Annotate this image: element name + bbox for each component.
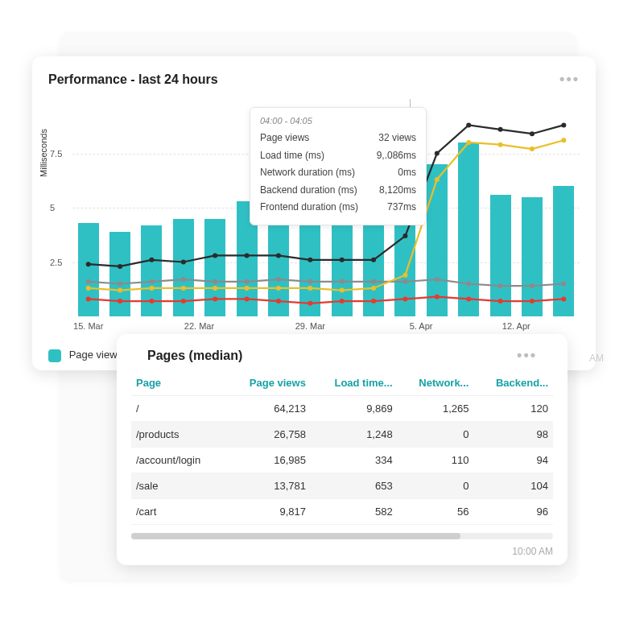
series-point[interactable] xyxy=(245,279,250,284)
table-cell: /account/login xyxy=(131,448,226,473)
series-point[interactable] xyxy=(466,282,471,287)
series-point[interactable] xyxy=(498,127,503,132)
series-point[interactable] xyxy=(181,299,186,303)
performance-card: Performance - last 24 hours ••• Millisec… xyxy=(32,56,596,370)
series-point[interactable] xyxy=(435,295,440,299)
series-point[interactable] xyxy=(561,122,566,127)
table-row[interactable]: /sale13,7816530104 xyxy=(131,473,553,499)
more-icon[interactable]: ••• xyxy=(517,347,537,364)
series-point[interactable] xyxy=(340,288,345,293)
series-point[interactable] xyxy=(181,277,186,282)
series-point[interactable] xyxy=(276,286,281,291)
series-point[interactable] xyxy=(498,142,503,147)
table-row[interactable]: /64,2139,8691,265120 xyxy=(131,396,553,422)
series-point[interactable] xyxy=(149,286,154,291)
series-point[interactable] xyxy=(530,147,535,151)
series-point[interactable] xyxy=(561,282,566,287)
series-point[interactable] xyxy=(308,258,312,262)
series-point[interactable] xyxy=(530,131,535,136)
series-point[interactable] xyxy=(435,277,440,282)
more-icon[interactable]: ••• xyxy=(559,71,580,88)
series-point[interactable] xyxy=(245,253,250,258)
series-point[interactable] xyxy=(245,286,250,291)
scrollbar-thumb[interactable] xyxy=(131,533,460,539)
column-header[interactable]: Page views xyxy=(226,370,311,396)
y-tick: 2.5 xyxy=(50,258,62,267)
legend-item-page-views[interactable]: Page views xyxy=(48,349,122,362)
table-row[interactable]: /cart9,8175825696 xyxy=(131,499,553,525)
series-point[interactable] xyxy=(435,151,440,156)
series-point[interactable] xyxy=(276,277,281,282)
table-row[interactable]: /products26,7581,248098 xyxy=(131,422,553,448)
series-point[interactable] xyxy=(561,138,566,142)
series-point[interactable] xyxy=(371,286,376,291)
table-cell: 653 xyxy=(311,473,398,499)
series-point[interactable] xyxy=(371,299,376,303)
series-point[interactable] xyxy=(118,299,122,303)
table-cell: 13,781 xyxy=(226,473,311,499)
column-header[interactable]: Load time... xyxy=(311,370,398,396)
tooltip-row: Backend duration (ms)8,120ms xyxy=(260,182,416,200)
series-point[interactable] xyxy=(561,296,566,301)
table-cell: /products xyxy=(131,422,226,448)
series-point[interactable] xyxy=(402,233,407,238)
series-point[interactable] xyxy=(181,260,186,265)
series-point[interactable] xyxy=(308,286,312,291)
series-point[interactable] xyxy=(86,286,91,291)
y-tick: 7.5 xyxy=(50,149,62,159)
series-point[interactable] xyxy=(402,279,407,284)
series-point[interactable] xyxy=(213,253,217,258)
series-point[interactable] xyxy=(276,299,281,303)
column-header[interactable]: Network... xyxy=(398,370,474,396)
series-line[interactable] xyxy=(89,279,564,286)
series-point[interactable] xyxy=(118,264,122,269)
series-point[interactable] xyxy=(402,296,407,301)
column-header[interactable]: Page xyxy=(131,370,226,396)
series-point[interactable] xyxy=(118,282,122,287)
series-point[interactable] xyxy=(466,296,471,301)
series-point[interactable] xyxy=(149,299,154,303)
column-header[interactable]: Backend... xyxy=(473,370,553,396)
series-line[interactable] xyxy=(89,297,564,303)
series-point[interactable] xyxy=(308,301,312,306)
series-point[interactable] xyxy=(86,296,91,301)
series-point[interactable] xyxy=(340,299,345,303)
chart-tooltip: 04:00 - 04:05 Page views32 viewsLoad tim… xyxy=(250,107,427,225)
series-point[interactable] xyxy=(402,273,407,278)
series-point[interactable] xyxy=(118,288,122,293)
series-point[interactable] xyxy=(213,286,217,291)
series-point[interactable] xyxy=(276,253,281,258)
series-point[interactable] xyxy=(213,279,217,284)
x-tick: 5. Apr xyxy=(410,321,433,331)
series-point[interactable] xyxy=(86,262,91,266)
series-point[interactable] xyxy=(498,283,503,288)
series-point[interactable] xyxy=(245,296,250,301)
series-point[interactable] xyxy=(498,299,503,303)
series-point[interactable] xyxy=(530,283,535,288)
table-row[interactable]: /account/login16,98533411094 xyxy=(131,448,553,473)
series-point[interactable] xyxy=(86,279,91,284)
series-point[interactable] xyxy=(371,258,376,262)
series-point[interactable] xyxy=(340,279,345,284)
table-cell: 56 xyxy=(398,499,474,525)
series-point[interactable] xyxy=(371,279,376,284)
table-cell: 9,817 xyxy=(226,499,311,525)
table-timestamp: 10:00 AM xyxy=(131,539,553,557)
series-point[interactable] xyxy=(149,258,154,262)
table-cell: 120 xyxy=(473,396,553,422)
series-point[interactable] xyxy=(181,286,186,291)
series-point[interactable] xyxy=(213,296,217,301)
performance-title: Performance - last 24 hours xyxy=(48,72,218,87)
table-cell: /sale xyxy=(131,473,226,499)
series-point[interactable] xyxy=(435,177,440,182)
performance-chart[interactable]: 2.557.5 04:00 - 04:05 Page views32 views… xyxy=(72,99,580,316)
horizontal-scrollbar[interactable] xyxy=(131,533,553,539)
series-point[interactable] xyxy=(466,140,471,145)
series-point[interactable] xyxy=(530,299,535,303)
series-point[interactable] xyxy=(149,279,154,284)
table-cell: 582 xyxy=(311,499,398,525)
series-point[interactable] xyxy=(466,122,471,127)
series-point[interactable] xyxy=(308,279,312,284)
series-point[interactable] xyxy=(340,258,345,262)
tooltip-title: 04:00 - 04:05 xyxy=(260,116,416,126)
